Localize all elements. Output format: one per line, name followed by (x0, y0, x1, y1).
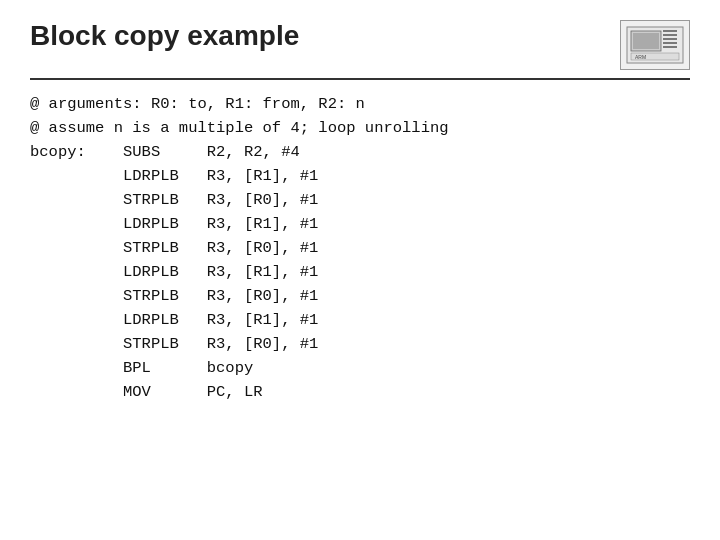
code-line-5: LDRPLB R3, [R1], #1 (30, 212, 690, 236)
code-line-8: STRPLB R3, [R0], #1 (30, 284, 690, 308)
code-line-11: BPL bcopy (30, 356, 690, 380)
code-line-4: STRPLB R3, [R0], #1 (30, 188, 690, 212)
code-line-0: @ arguments: R0: to, R1: from, R2: n (30, 92, 690, 116)
slide: Block copy example ARM @ arguments: R0: … (0, 0, 720, 540)
code-line-9: LDRPLB R3, [R1], #1 (30, 308, 690, 332)
svg-rect-2 (633, 33, 659, 49)
code-line-12: MOV PC, LR (30, 380, 690, 404)
code-line-3: LDRPLB R3, [R1], #1 (30, 164, 690, 188)
logo: ARM (620, 20, 690, 70)
code-line-7: LDRPLB R3, [R1], #1 (30, 260, 690, 284)
code-line-1: @ assume n is a multiple of 4; loop unro… (30, 116, 690, 140)
logo-icon: ARM (625, 25, 685, 65)
code-line-2: bcopy: SUBS R2, R2, #4 (30, 140, 690, 164)
code-line-6: STRPLB R3, [R0], #1 (30, 236, 690, 260)
code-block: @ arguments: R0: to, R1: from, R2: n @ a… (30, 92, 690, 404)
header: Block copy example ARM (30, 20, 690, 80)
slide-title: Block copy example (30, 20, 299, 52)
svg-text:ARM: ARM (635, 54, 646, 60)
code-line-10: STRPLB R3, [R0], #1 (30, 332, 690, 356)
